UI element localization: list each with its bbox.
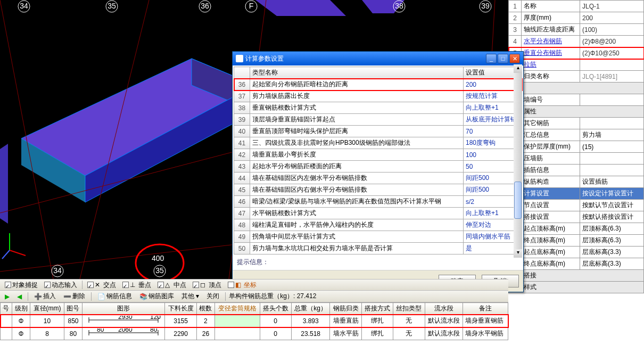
snap-toolbar: 对象捕捉 动态输入 ✕交点 ⊥垂点 △中点 ◻顶点 ◧坐标 [0,279,508,291]
svg-text:80: 80 [150,328,158,333]
svg-text:35: 35 [108,2,116,10]
svg-text:36: 36 [201,2,209,10]
tie-rebar-link[interactable]: 拉筋 [522,59,580,71]
rebar-toolbar: ▶ ◀ ➕插入 ➖删除 📄钢筋信息 📚钢筋图库 其他 ▾ 关闭 单构件钢筋总重（… [0,291,508,302]
param-row-46[interactable]: 46暗梁/边框梁/梁纵筋与墙水平钢筋的距离在数值范围内不计算水平钢s/2 [234,196,522,208]
close-button[interactable]: ✕ [509,54,520,63]
snap-intersect[interactable]: ✕交点 [85,280,119,291]
calc-settings-row[interactable]: 计算设置 [522,188,580,200]
param-row-48[interactable]: 48端柱满足直锚时，水平筋伸入端柱内的长度伸至对边 [234,219,522,231]
rebar-row-0[interactable]: Φ1085029301203155203.893墙垂直筋绑扎无默认流水段墙身垂直… [1,315,508,327]
dialog-title: 计算参数设置 [245,54,484,63]
param-row-40[interactable]: 40垂直筋顶部弯锚时端头保护层距离70 [234,126,522,137]
total-weight-label: 单构件钢筋总重（kg）: 27.412 [229,292,316,301]
snap-mid[interactable]: △中点 [155,280,189,291]
svg-text:120: 120 [150,316,161,321]
rebar-row-1[interactable]: Φ88080206080229026023.518墙水平筋绑扎无默认流水段墙身水… [1,327,508,340]
rebar-result-table[interactable]: 号级别直径(mm)图号图形下料长度根数变径套筒规格搭头个数总重（kg）钢筋归类搭… [0,302,508,340]
calc-param-dialog: ⚙ 计算参数设置 _ □ ✕ 类型名称设置值 36起始竖向分布钢筋距暗柱边的距离… [232,51,524,292]
other-menu[interactable]: 其他 ▾ [179,291,202,302]
svg-text:80: 80 [97,328,104,333]
max-button[interactable]: □ [498,54,508,63]
snap-coord[interactable]: ◧坐标 [225,280,259,291]
dynamic-input[interactable]: 动态输入 [42,280,80,291]
svg-line-29 [10,250,26,256]
param-row-36[interactable]: 36起始竖向分布钢筋距暗柱边的距离200 [234,79,522,91]
param-row-37[interactable]: 37剪力墙纵筋露出长度按规范计算 [234,91,522,102]
param-row-44[interactable]: 44墙在基础锚固区内左侧水平分布钢筋排数间距500 [234,172,522,184]
vert-rebar-link[interactable]: 垂直分布钢筋 [522,47,580,59]
param-row-45[interactable]: 45墙在基础锚固区内右侧水平分布钢筋排数间距500 [234,184,522,196]
param-row-42[interactable]: 42墙垂直筋最小弯折长度100 [234,149,522,161]
rebar-lib[interactable]: 📚钢筋图库 [137,291,177,302]
property-panel: 1名称JLQ-1 2厚度(mm)200 3轴线距左墙皮距离(100) 4水平分布… [508,0,644,293]
svg-marker-6 [0,144,8,224]
param-row-41[interactable]: 41三、四级抗震及非抗震时竖向HPB300级钢筋的端部做法180度弯钩 [234,137,522,149]
rebar-info[interactable]: 📄钢筋信息 [95,291,135,302]
svg-text:2060: 2060 [118,328,133,333]
param-row-49[interactable]: 49拐角墙中间层水平筋计算方式同墙内侧水平筋 [234,231,522,243]
svg-text:F: F [249,2,254,10]
svg-text:34: 34 [53,266,62,275]
horiz-rebar-link[interactable]: 水平分布钢筋 [522,36,580,47]
svg-marker-4 [255,0,346,16]
snap-vertex[interactable]: ◻顶点 [190,280,224,291]
svg-text:35: 35 [155,266,164,275]
delete-button[interactable]: ➖删除 [61,291,88,302]
snap-object[interactable]: 对象捕捉 [2,280,40,291]
param-row-39[interactable]: 39顶层墙身垂直筋锚固计算起点从板底开始计算锚 [234,114,522,126]
nav-last[interactable]: ◀ [14,292,24,301]
axis-34: 34 [20,2,28,10]
param-row-50[interactable]: 50剪力墙与集水坑坑口相交处剪力墙水平筋是否计算是 [234,243,522,254]
min-button[interactable]: _ [486,54,497,63]
insert-button[interactable]: ➕插入 [31,291,59,302]
hint-label: 提示信息： [234,254,522,269]
snap-perp[interactable]: ⊥垂点 [120,280,154,291]
svg-line-30 [2,250,10,259]
param-row-47[interactable]: 47水平钢筋根数计算方式向上取整+1 [234,208,522,219]
param-grid[interactable]: 类型名称设置值 36起始竖向分布钢筋距暗柱边的距离20037剪力墙纵筋露出长度按… [234,67,522,254]
nav-first[interactable]: ▶ [2,292,12,301]
close-table[interactable]: 关闭 [204,291,222,302]
param-row-38[interactable]: 38垂直钢筋根数计算方式向上取整+1 [234,102,522,114]
param-row-43[interactable]: 43起始水平分布钢筋距楼面的距离50 [234,161,522,172]
dialog-scrollbar[interactable]: ▴▾ [514,64,522,258]
svg-text:39: 39 [481,2,490,10]
svg-text:38: 38 [395,2,403,10]
dim-400: 400 [152,254,164,262]
dialog-icon: ⚙ [236,55,243,62]
svg-text:2930: 2930 [118,316,133,321]
